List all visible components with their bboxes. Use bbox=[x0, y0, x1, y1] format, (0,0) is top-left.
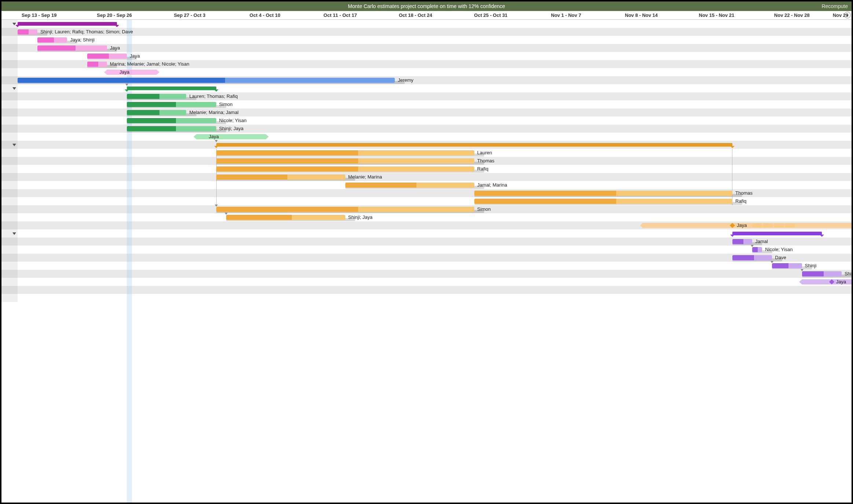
summary-bar[interactable] bbox=[127, 87, 216, 90]
row-gutter bbox=[1, 229, 18, 238]
row-gutter bbox=[1, 181, 18, 189]
row-track bbox=[18, 286, 852, 294]
summary-bar[interactable] bbox=[18, 22, 117, 26]
expand-toggle[interactable] bbox=[12, 232, 16, 235]
row-track: Jeremy bbox=[18, 76, 852, 84]
task-bar[interactable] bbox=[37, 37, 67, 43]
row-gutter bbox=[1, 100, 18, 108]
scroll-right-button[interactable]: › bbox=[844, 12, 851, 18]
task-label: Jaya bbox=[209, 134, 219, 139]
task-label: Jaya bbox=[120, 69, 129, 75]
gantt-row: Nicole; Yisan bbox=[1, 246, 852, 254]
row-gutter bbox=[1, 84, 18, 92]
milestone-marker[interactable] bbox=[107, 70, 157, 75]
task-bar[interactable] bbox=[226, 215, 345, 220]
row-gutter bbox=[1, 189, 18, 197]
task-label: Jaya bbox=[836, 279, 846, 284]
gantt-row: Rafiq bbox=[1, 165, 852, 173]
dependency-arrow-icon bbox=[225, 213, 228, 215]
gantt-row: Shinji; Jaya bbox=[1, 125, 852, 133]
milestone-marker[interactable] bbox=[643, 223, 852, 228]
row-track bbox=[18, 20, 852, 28]
gantt-row: Jaya bbox=[1, 133, 852, 141]
task-bar[interactable] bbox=[474, 191, 732, 196]
gantt-row: Rafiq bbox=[1, 197, 852, 205]
task-bar[interactable] bbox=[127, 126, 216, 131]
milestone-marker[interactable] bbox=[196, 134, 266, 139]
dependency-arrow-icon bbox=[215, 205, 218, 207]
task-label: Dave bbox=[775, 255, 786, 260]
status-bar: Monte Carlo estimates project complete o… bbox=[1, 1, 852, 11]
row-gutter bbox=[1, 92, 18, 100]
task-bar[interactable] bbox=[216, 174, 345, 180]
gantt-row bbox=[1, 141, 852, 149]
row-gutter bbox=[1, 205, 18, 213]
week-column: Sep 13 - Sep 19 bbox=[1, 11, 77, 19]
row-gutter bbox=[1, 68, 18, 76]
row-gutter bbox=[1, 270, 18, 278]
row-track: Thomas bbox=[18, 189, 852, 197]
row-track: Marina; Melanie; Jamal; Nicole; Yisan bbox=[18, 60, 852, 68]
row-gutter bbox=[1, 108, 18, 117]
gantt-rows: Shinji; Lauren; Rafiq; Thomas; Simon; Da… bbox=[1, 20, 852, 302]
task-bar[interactable] bbox=[216, 158, 474, 163]
row-track: Lauren bbox=[18, 149, 852, 157]
task-bar[interactable] bbox=[87, 54, 127, 59]
task-bar[interactable] bbox=[127, 102, 216, 107]
dependency-arrow-icon bbox=[801, 269, 804, 271]
task-bar[interactable] bbox=[127, 110, 187, 115]
task-bar[interactable] bbox=[732, 255, 772, 260]
task-bar[interactable] bbox=[216, 150, 474, 155]
task-label: Jaya bbox=[737, 222, 747, 228]
row-gutter bbox=[1, 294, 18, 302]
task-bar[interactable] bbox=[752, 247, 762, 252]
expand-toggle[interactable] bbox=[12, 87, 16, 90]
task-label: Nicole; Yisan bbox=[219, 118, 247, 123]
task-bar[interactable] bbox=[216, 207, 474, 212]
row-gutter bbox=[1, 221, 18, 229]
task-bar[interactable] bbox=[127, 94, 187, 99]
task-label: Jeremy bbox=[398, 77, 413, 83]
task-bar[interactable] bbox=[127, 118, 216, 123]
row-track: Jaya bbox=[18, 52, 852, 60]
row-gutter bbox=[1, 238, 18, 246]
gantt-row: Jaya bbox=[1, 52, 852, 60]
row-gutter bbox=[1, 117, 18, 125]
gantt-row: Jaya bbox=[1, 278, 852, 286]
task-bar[interactable] bbox=[18, 29, 37, 34]
recompute-button[interactable]: Recompute bbox=[821, 1, 848, 11]
gantt-row: Jaya bbox=[1, 221, 852, 229]
row-track: Shinji; Jaya bbox=[18, 125, 852, 133]
gantt-row bbox=[1, 294, 852, 302]
gantt-row: Simon bbox=[1, 205, 852, 213]
task-bar[interactable] bbox=[37, 45, 107, 51]
task-bar[interactable] bbox=[732, 239, 752, 244]
task-bar[interactable] bbox=[18, 78, 395, 83]
row-track: Jaya bbox=[18, 133, 852, 141]
gantt-row: Melanie; Marina; Jamal bbox=[1, 108, 852, 117]
task-label: Lauren; Thomas; Rafiq bbox=[189, 93, 238, 99]
task-bar[interactable] bbox=[802, 271, 842, 276]
gantt-body[interactable]: Shinji; Lauren; Rafiq; Thomas; Simon; Da… bbox=[1, 20, 852, 503]
task-label: Shinji bbox=[845, 271, 852, 276]
task-label: Jaya; Shinji bbox=[70, 37, 94, 43]
task-bar[interactable] bbox=[87, 62, 107, 67]
summary-bar[interactable] bbox=[732, 232, 822, 235]
task-bar[interactable] bbox=[772, 263, 802, 268]
expand-toggle[interactable] bbox=[12, 144, 16, 146]
app-frame: Monte Carlo estimates project complete o… bbox=[1, 1, 852, 503]
row-gutter bbox=[1, 141, 18, 149]
row-track: Nicole; Yisan bbox=[18, 117, 852, 125]
task-bar[interactable] bbox=[345, 183, 474, 188]
task-label: Shinji; Jaya bbox=[348, 214, 372, 220]
row-track: Lauren; Thomas; Rafiq bbox=[18, 92, 852, 100]
task-bar[interactable] bbox=[474, 199, 732, 204]
row-track: Simon bbox=[18, 205, 852, 213]
summary-bar[interactable] bbox=[216, 143, 732, 147]
week-column: Nov 1 - Nov 7 bbox=[529, 11, 604, 19]
task-bar[interactable] bbox=[216, 166, 474, 172]
gantt-row: Jamal bbox=[1, 238, 852, 246]
task-label: Jaya bbox=[130, 53, 140, 59]
row-track: Shinji; Lauren; Rafiq; Thomas; Simon; Da… bbox=[18, 28, 852, 36]
gantt-row: Thomas bbox=[1, 157, 852, 165]
